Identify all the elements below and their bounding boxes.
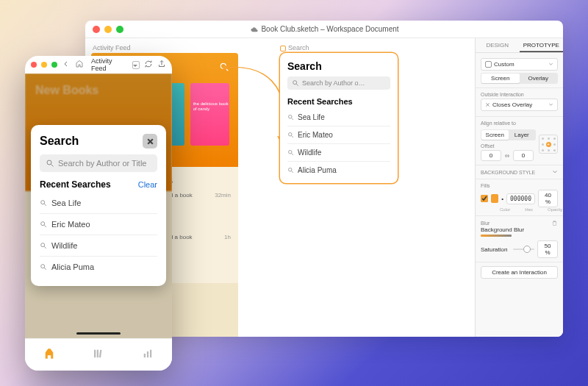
search-icon <box>40 263 47 271</box>
svg-line-20 <box>44 246 46 249</box>
tab-prototype[interactable]: PROTOTYPE <box>520 38 564 52</box>
recent-search-item[interactable]: Wildlife <box>287 144 390 162</box>
blur-type: Background Blur <box>481 226 558 233</box>
svg-line-1 <box>226 68 229 71</box>
recent-search-item[interactable]: Sea Life <box>40 193 157 214</box>
svg-line-18 <box>44 225 46 227</box>
svg-point-17 <box>41 222 45 226</box>
link-icon[interactable] <box>504 153 510 159</box>
trash-icon[interactable] <box>551 220 558 226</box>
recent-search-item[interactable]: Eric Mateo <box>287 126 390 144</box>
svg-line-22 <box>44 268 46 270</box>
svg-line-4 <box>296 84 298 86</box>
overlay-title: Search <box>40 135 79 148</box>
saturation-label: Saturation <box>481 246 510 253</box>
window-close-button[interactable] <box>93 26 100 33</box>
svg-point-13 <box>47 160 51 165</box>
search-input[interactable]: Search by Author o… <box>287 76 390 90</box>
offset-y-input[interactable]: 0 <box>513 150 534 161</box>
opacity-input[interactable]: 40 % <box>538 190 558 207</box>
svg-rect-24 <box>97 349 98 357</box>
window-title: Book Club.sketch – Workspace Document <box>123 25 526 33</box>
svg-line-6 <box>292 118 293 120</box>
align-segment[interactable]: Screen Layer <box>481 129 536 140</box>
blur-label: Blur <box>481 221 490 226</box>
share-icon[interactable] <box>157 60 166 70</box>
artboard-search-overlay[interactable]: Search Search by Author o… Recent Search… <box>280 53 398 183</box>
recent-search-item[interactable]: Eric Mateo <box>40 214 157 235</box>
hex-input[interactable]: 000000 <box>506 193 535 204</box>
chevron-down-icon <box>548 62 553 67</box>
screen-overlay-segment[interactable]: Screen Overlay <box>481 73 558 84</box>
create-interaction-button[interactable]: Create an Interaction <box>481 266 558 279</box>
search-icon <box>46 159 54 168</box>
screen-icon <box>485 61 492 68</box>
refresh-icon[interactable] <box>144 60 153 70</box>
recent-searches-title: Recent Searches <box>40 179 111 190</box>
search-icon[interactable] <box>219 62 229 75</box>
chevron-down-icon <box>548 102 553 107</box>
recent-searches-title: Recent Searches <box>287 97 390 106</box>
zoom-select[interactable] <box>132 61 140 69</box>
inspector-tabs: DESIGN PROTOTYPE <box>476 38 563 53</box>
preview-title: Activity Feed <box>91 57 123 72</box>
book-cover[interactable]: the delicious book of candy <box>190 83 229 146</box>
search-icon <box>287 149 294 156</box>
search-icon <box>40 221 47 228</box>
preview-screen[interactable]: New Books ★★★★☆ ★★★ Search Search by Aut… <box>25 74 172 338</box>
clear-button[interactable]: Clear <box>138 180 157 189</box>
tab-home[interactable] <box>43 347 56 363</box>
preset-dropdown[interactable]: Custom <box>481 58 558 71</box>
window-zoom-button[interactable] <box>116 26 123 33</box>
recent-search-item[interactable]: Wildlife <box>40 235 157 257</box>
svg-line-12 <box>292 171 293 173</box>
close-button[interactable] <box>143 134 157 149</box>
recent-search-item[interactable]: Sea Life <box>287 109 390 126</box>
svg-point-15 <box>41 201 45 204</box>
svg-point-11 <box>289 168 293 172</box>
svg-line-8 <box>292 136 293 137</box>
window-minimize-button[interactable] <box>41 62 47 68</box>
back-icon[interactable] <box>62 60 71 70</box>
align-label: Align relative to <box>481 121 558 126</box>
window-close-button[interactable] <box>31 62 37 68</box>
preview-toolbar: Activity Feed <box>25 56 172 74</box>
fills-label: Fills <box>481 183 558 188</box>
search-icon <box>40 199 47 207</box>
recent-search-item[interactable]: Alicia Puma <box>287 162 390 179</box>
saturation-slider[interactable] <box>513 249 534 250</box>
svg-rect-28 <box>150 349 151 357</box>
tab-design[interactable]: DESIGN <box>476 38 520 52</box>
color-swatch[interactable] <box>491 194 498 203</box>
home-icon[interactable] <box>75 60 84 70</box>
outside-interaction-dropdown[interactable]: Closes Overlay <box>481 99 558 111</box>
search-icon <box>287 167 294 174</box>
blur-preview <box>481 235 512 237</box>
anchor-grid[interactable]: + <box>539 135 558 154</box>
close-icon <box>485 102 490 107</box>
svg-rect-23 <box>94 349 96 357</box>
artboard-label-activity[interactable]: Activity Feed <box>93 44 131 51</box>
fill-enabled-checkbox[interactable] <box>481 195 488 202</box>
svg-line-10 <box>292 154 293 155</box>
offset-x-input[interactable]: 0 <box>481 150 501 161</box>
recent-search-item[interactable]: Alicia Puma <box>40 257 157 277</box>
outside-interaction-label: Outside Interaction <box>481 92 558 97</box>
artboard-label-search[interactable]: Search <box>280 44 309 51</box>
background-style-label: BACKGROUND STYLE <box>481 170 535 175</box>
tab-bar <box>25 338 172 371</box>
window-zoom-button[interactable] <box>51 62 57 68</box>
window-minimize-button[interactable] <box>104 26 112 33</box>
svg-point-19 <box>41 243 45 247</box>
tab-stats[interactable] <box>141 347 154 363</box>
svg-point-7 <box>289 133 293 137</box>
search-input[interactable]: Search by Author or Title <box>40 154 157 172</box>
svg-rect-26 <box>143 354 145 357</box>
svg-rect-27 <box>147 351 148 357</box>
svg-point-5 <box>289 115 293 119</box>
saturation-input[interactable]: 50 % <box>537 240 558 258</box>
tab-library[interactable] <box>92 347 105 363</box>
chevron-down-icon[interactable] <box>552 169 558 175</box>
close-icon <box>146 137 154 146</box>
search-icon <box>287 114 294 121</box>
